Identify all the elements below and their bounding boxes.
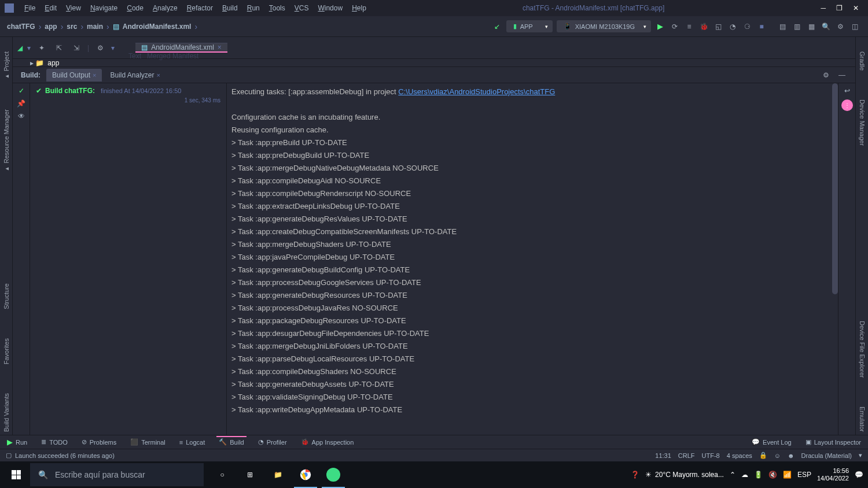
close-icon[interactable]: × [93, 72, 96, 79]
wifi-icon[interactable]: 📶 [783, 471, 792, 479]
close-icon[interactable]: × [218, 43, 222, 51]
chrome-icon[interactable] [292, 461, 319, 488]
help-icon[interactable]: ❓ [631, 471, 639, 479]
coverage-icon[interactable]: ◱ [712, 20, 724, 33]
rail-device-file-explorer[interactable]: Device File Explorer [856, 318, 869, 380]
menu-build[interactable]: Build [218, 2, 242, 14]
task-view-icon[interactable]: ○ [208, 461, 236, 488]
run-button[interactable]: ▶ [654, 20, 667, 33]
build-tree-title[interactable]: Build chatTFG: [45, 87, 95, 95]
face1-icon[interactable]: ☺ [774, 452, 781, 459]
menu-navigate[interactable]: Navigate [86, 2, 122, 14]
hide-icon[interactable]: — [836, 69, 848, 82]
debug-activity-icon[interactable]: ≡ [683, 20, 696, 33]
collapse-icon[interactable]: ⇱ [53, 42, 65, 54]
line-separator[interactable]: CRLF [678, 452, 695, 459]
rail-resource-manager[interactable]: ▸ Resource Manager [0, 106, 13, 176]
gear-icon[interactable]: ⚙ [94, 42, 106, 54]
cortana-icon[interactable]: ⊞ [236, 461, 264, 488]
file-explorer-icon[interactable]: 📁 [264, 461, 292, 488]
indent[interactable]: 4 spaces [727, 452, 752, 459]
rail-build-variants[interactable]: Build Variants [0, 390, 13, 435]
sdk-manager-icon[interactable]: ▥ [790, 20, 803, 33]
assistant-badge[interactable]: ⋮ [841, 99, 853, 111]
tray-clock[interactable]: 16:56 14/04/2022 [817, 467, 849, 482]
apply-changes-icon[interactable]: ⟳ [668, 20, 681, 33]
tool-logcat[interactable]: ≡Logcat [177, 438, 207, 447]
tool-build[interactable]: 🔨Build [216, 436, 246, 447]
add-icon[interactable]: ✦ [35, 42, 48, 54]
menu-file[interactable]: File [20, 2, 40, 14]
language-indicator[interactable]: ESP [797, 471, 811, 479]
attach-debugger-icon[interactable]: ⚆ [741, 20, 753, 33]
theme-label[interactable]: Dracula (Material) [801, 452, 852, 459]
menu-run[interactable]: Run [242, 2, 264, 14]
expand-icon[interactable]: ⇲ [70, 42, 83, 54]
tool-layout-inspector[interactable]: ▣Layout Inspector [803, 437, 863, 447]
rail-device-manager[interactable]: Device Manager [856, 97, 869, 149]
editor-tab[interactable]: ▤ AndroidManifest.xml × [135, 43, 227, 53]
gear-icon[interactable]: ⚙ [819, 69, 832, 82]
sync-icon[interactable]: ↙ [491, 20, 503, 33]
lock-icon[interactable]: 🔒 [759, 452, 767, 459]
profile-icon[interactable]: ◔ [726, 20, 739, 33]
view-icon[interactable]: 👁 [18, 112, 25, 120]
tool-problems[interactable]: ⊘Problems [79, 437, 119, 447]
encoding[interactable]: UTF-8 [702, 452, 720, 459]
project-root[interactable]: app [47, 59, 59, 67]
scrollbar[interactable] [832, 83, 838, 294]
tab-merged-manifest[interactable]: Merged Manifest [147, 52, 198, 60]
debug-icon[interactable]: 🐞 [697, 20, 710, 33]
chevron-down-icon[interactable]: ▾ [111, 44, 115, 52]
tool-profiler[interactable]: ◔Profiler [256, 437, 289, 447]
rail-project[interactable]: ▸ Project [0, 49, 13, 83]
chevron-down-icon[interactable]: › [194, 22, 197, 31]
menu-tools[interactable]: Tools [264, 2, 290, 14]
tool-app-inspection[interactable]: 🐞App Inspection [299, 437, 356, 447]
menu-analyze[interactable]: Analyze [148, 2, 182, 14]
weather-widget[interactable]: ☀ 20°C Mayorm. solea... [645, 471, 724, 479]
start-button[interactable] [2, 461, 30, 488]
battery-icon[interactable]: 🔋 [754, 471, 763, 479]
tab-build-output[interactable]: Build Output × [46, 69, 102, 82]
device-select[interactable]: 📱 XIAOMI M2103K19G [557, 20, 651, 32]
search-icon[interactable]: 🔍 [819, 20, 832, 33]
rail-gradle[interactable]: Gradle [856, 49, 869, 73]
notifications-icon[interactable]: 💬 [855, 471, 863, 479]
chevron-down-icon[interactable]: ▾ [27, 44, 31, 52]
rail-structure[interactable]: Structure [0, 280, 13, 312]
android-icon[interactable]: ◢ [17, 44, 23, 52]
minimize-icon[interactable]: ─ [821, 4, 826, 12]
stop-icon[interactable]: ■ [755, 20, 768, 33]
menu-view[interactable]: View [61, 2, 86, 14]
tool-todo[interactable]: ≣TODO [39, 437, 70, 447]
tab-text[interactable]: Text [128, 52, 141, 60]
tray-chevron-icon[interactable]: ⌃ [730, 471, 735, 479]
project-path-link[interactable]: C:\Users\vdiaz\AndroidStudioProjects\cha… [398, 87, 555, 96]
onedrive-icon[interactable]: ☁ [741, 471, 748, 479]
settings-icon[interactable]: ⚙ [834, 20, 847, 33]
chevron-down-icon[interactable]: ▾ [859, 452, 862, 459]
taskbar-search[interactable]: 🔍 Escribe aquí para buscar [30, 463, 204, 486]
menu-edit[interactable]: Edit [40, 2, 61, 14]
breadcrumb-src[interactable]: src [67, 23, 77, 31]
breadcrumb-main[interactable]: main [87, 23, 103, 31]
layout-icon[interactable]: ◫ [848, 20, 861, 33]
menu-window[interactable]: Window [313, 2, 347, 14]
status-icon[interactable]: ▢ [6, 452, 12, 459]
resource-manager-icon[interactable]: ▦ [805, 20, 818, 33]
tool-run[interactable]: ▶Run [5, 437, 30, 448]
breadcrumb-chattfg[interactable]: chatTFG [7, 23, 35, 31]
menu-code[interactable]: Code [122, 2, 148, 14]
close-icon[interactable]: ✕ [853, 4, 859, 12]
rail-emulator[interactable]: Emulator [856, 404, 869, 435]
tab-build-analyzer[interactable]: Build Analyzer × [104, 69, 165, 82]
close-icon[interactable]: × [157, 72, 160, 79]
soft-wrap-icon[interactable]: ↩ [844, 87, 850, 95]
breadcrumb-app[interactable]: app [45, 23, 57, 31]
android-studio-icon[interactable] [319, 461, 347, 488]
pin-icon[interactable]: 📌 [17, 99, 25, 108]
run-config-select[interactable]: ▮ APP [506, 20, 553, 32]
rail-favorites[interactable]: Favorites [0, 335, 13, 367]
build-output[interactable]: Executing tasks: [:app:assembleDebug] in… [227, 83, 838, 435]
